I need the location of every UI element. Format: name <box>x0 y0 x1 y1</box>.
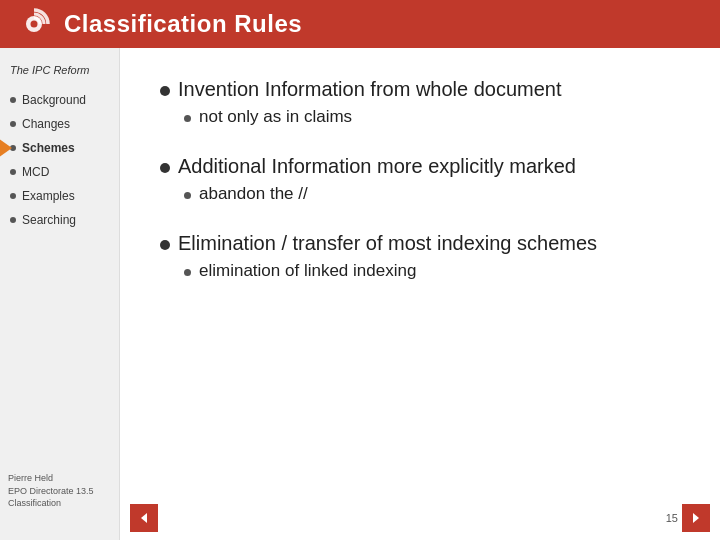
sidebar-footer: Pierre Held EPO Directorate 13.5 Classif… <box>8 472 94 510</box>
page-title: Classification Rules <box>64 10 302 38</box>
bullet-main-icon <box>160 163 170 173</box>
content-section-2: Additional Information more explicitly m… <box>160 155 680 204</box>
bullet-icon <box>10 121 16 127</box>
sidebar-item-schemes[interactable]: Schemes <box>0 136 119 160</box>
sidebar-item-background[interactable]: Background <box>0 88 119 112</box>
bullet-icon <box>10 145 16 151</box>
prev-button[interactable] <box>130 504 158 532</box>
svg-marker-2 <box>141 513 147 523</box>
content-area: Invention Information from whole documen… <box>120 48 720 540</box>
bullet-icon <box>10 169 16 175</box>
section3-main: Elimination / transfer of most indexing … <box>178 232 597 255</box>
bullet-sub-icon <box>184 115 191 122</box>
sidebar-item-changes[interactable]: Changes <box>0 112 119 136</box>
section1-sub: not only as in claims <box>199 107 352 127</box>
bullet-main-icon <box>160 240 170 250</box>
bullet-icon <box>10 193 16 199</box>
bullet-sub-icon <box>184 269 191 276</box>
sidebar-subtitle: The IPC Reform <box>0 58 119 88</box>
bottom-nav: 15 <box>666 504 710 532</box>
bullet-icon <box>10 97 16 103</box>
content-section-1: Invention Information from whole documen… <box>160 78 680 127</box>
next-button[interactable] <box>682 504 710 532</box>
section3-sub: elimination of linked indexing <box>199 261 416 281</box>
sidebar: The IPC Reform Background Changes Scheme… <box>0 48 120 540</box>
bullet-sub-icon <box>184 192 191 199</box>
section1-main: Invention Information from whole documen… <box>178 78 562 101</box>
section2-main: Additional Information more explicitly m… <box>178 155 576 178</box>
sidebar-item-searching[interactable]: Searching <box>0 208 119 232</box>
svg-point-1 <box>31 21 38 28</box>
svg-marker-3 <box>693 513 699 523</box>
sidebar-item-examples[interactable]: Examples <box>0 184 119 208</box>
content-section-3: Elimination / transfer of most indexing … <box>160 232 680 281</box>
logo-icon <box>16 6 52 42</box>
header: Classification Rules <box>0 0 720 48</box>
bullet-icon <box>10 217 16 223</box>
sidebar-item-mcd[interactable]: MCD <box>0 160 119 184</box>
bullet-main-icon <box>160 86 170 96</box>
page-number: 15 <box>666 512 678 524</box>
section2-sub: abandon the // <box>199 184 308 204</box>
